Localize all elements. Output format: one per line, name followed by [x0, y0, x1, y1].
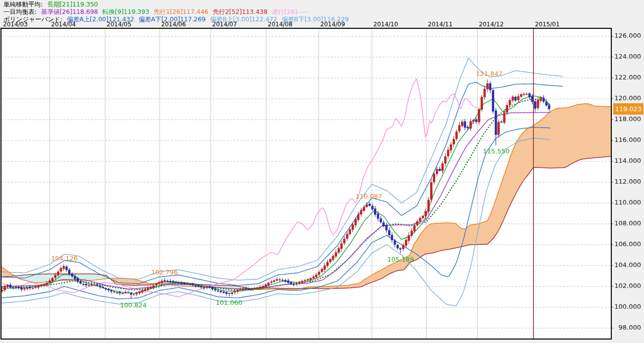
price-axis-label: 122.000	[613, 73, 641, 81]
legend-segment: 一目均衡表:	[3, 8, 37, 15]
price-annotation: 104.126	[51, 255, 78, 262]
price-axis-label: 100.000	[613, 303, 641, 310]
legend-segment: 基準値[26]118.698	[41, 8, 98, 15]
legend-segment: 偏差A下[2.00]117.269	[138, 15, 205, 23]
price-axis-label: 114.000	[613, 157, 641, 164]
price-axis-label: 104.000	[613, 261, 641, 269]
month-label: 2014/10	[373, 21, 398, 28]
legend-segment: 単純移動平均:	[3, 0, 43, 8]
legend-segment: 長期[21]119.350	[47, 0, 98, 8]
month-label: 2014/12	[479, 21, 504, 28]
bollinger-legend: ボリンジャーバンド:偏差A上[2.00]121.432偏差A下[2.00]117…	[3, 15, 353, 23]
month-label: 2014/11	[428, 21, 453, 28]
price-axis-label: 118.000	[613, 115, 641, 123]
price-axis: 126.000124.000122.000120.000118.000116.0…	[613, 0, 644, 343]
price-axis-label: 98.000	[613, 324, 641, 331]
legend-segment: 偏差B上[3.00]122.472	[210, 15, 277, 23]
price-annotation: 101.060	[216, 299, 242, 306]
price-axis-label: 102.000	[613, 282, 641, 289]
price-axis-label: 126.000	[613, 32, 641, 39]
ichimoku-legend: 一目均衡表:基準値[26]118.698転換[9]119.393先行1[26]1…	[3, 8, 353, 15]
price-annotation: 102.796	[151, 269, 178, 276]
price-annotation: 105.189	[387, 256, 414, 263]
price-axis-label: 108.000	[613, 219, 641, 227]
legend-segment: 偏差A上[2.00]121.432	[67, 15, 134, 23]
price-axis-label: 124.000	[613, 53, 641, 60]
price-annotation: 110.087	[355, 193, 382, 200]
legend-segment: 転換[9]119.393	[103, 8, 149, 15]
chart-window: 単純移動平均:長期[21]119.350一目均衡表:基準値[26]118.698…	[0, 0, 644, 343]
price-annotation: 115.550	[483, 147, 510, 155]
current-price-badge: 119.023	[613, 103, 644, 115]
price-axis-label: 112.000	[613, 178, 641, 185]
sma-legend: 単純移動平均:長期[21]119.350	[3, 0, 353, 8]
price-axis-label: 120.000	[613, 94, 641, 102]
legend-segment: 先行2[52]113.438	[213, 8, 267, 15]
legend-segment: 先行1[26]117.446	[154, 8, 208, 15]
month-label: 2015/01	[535, 21, 560, 28]
price-axis-label: 116.000	[613, 136, 641, 143]
legend-segment: ボリンジャーバンド:	[3, 15, 62, 23]
indicator-legend: 単純移動平均:長期[21]119.350一目均衡表:基準値[26]118.698…	[3, 0, 353, 23]
chart-canvas[interactable]: 2014/032014/042014/052014/062014/072014/…	[0, 0, 644, 343]
price-axis-label: 106.000	[613, 240, 641, 248]
price-annotation: 100.824	[120, 301, 147, 309]
price-axis-label: 110.000	[613, 199, 641, 206]
legend-segment: 偏差B下[3.00]116.229	[282, 15, 349, 23]
price-annotation: 121.847	[476, 70, 503, 77]
legend-segment: 遅行[26]-----	[272, 8, 308, 15]
